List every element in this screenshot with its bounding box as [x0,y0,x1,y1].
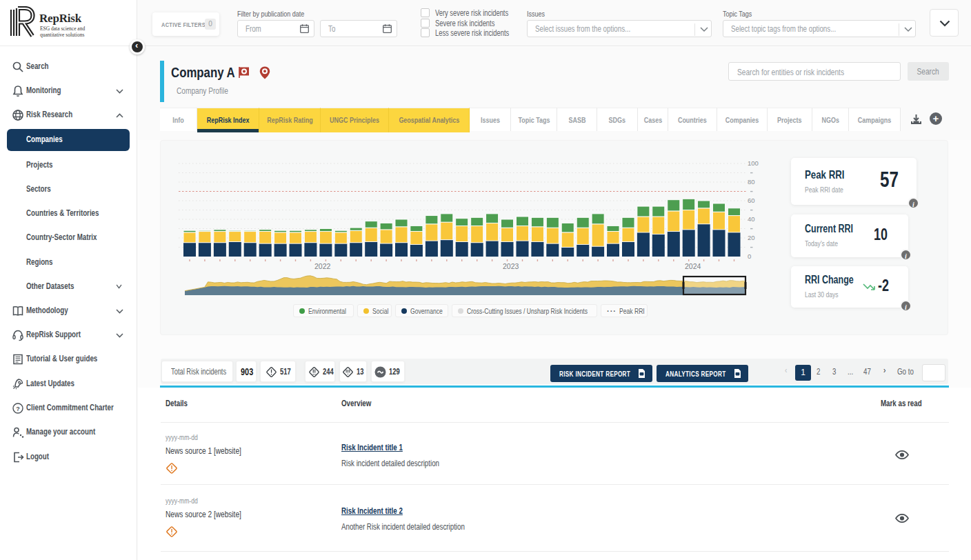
svg-text:2024: 2024 [685,262,701,270]
svg-text:2022: 2022 [314,262,331,270]
svg-text:60: 60 [748,197,755,204]
svg-text:0: 0 [748,252,751,260]
svg-text:2023: 2023 [503,262,519,270]
svg-text:100: 100 [748,159,759,167]
svg-text:?: ? [16,406,20,412]
svg-text:80: 80 [748,178,755,186]
svg-text:20: 20 [748,234,755,241]
svg-text:40: 40 [748,215,755,223]
